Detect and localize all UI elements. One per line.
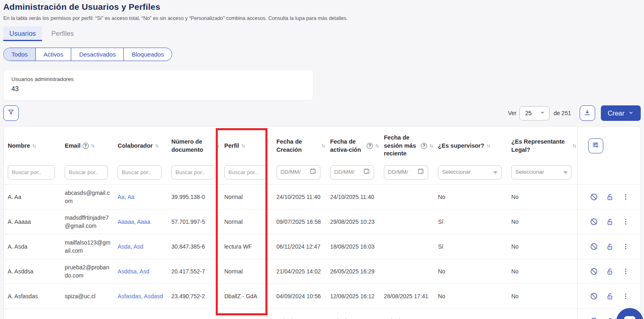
cell-actions	[577, 259, 641, 284]
colaborador-link[interactable]: Asda, Asd	[118, 243, 143, 250]
tab-perfiles[interactable]: Perfiles	[45, 26, 80, 41]
sort-arrows-icon[interactable]: ↑↓	[572, 142, 576, 149]
filter-rep_legal-select[interactable]: Seleccionar	[511, 165, 572, 179]
sort-arrows-icon[interactable]: ↑↓	[91, 142, 94, 149]
cell-fecha_sesion: 28/08/2025 17:41	[380, 284, 434, 309]
page-size-select[interactable]: 25	[519, 106, 550, 120]
ban-circle-icon[interactable]	[590, 243, 598, 251]
filter-perfil-input[interactable]	[224, 165, 267, 179]
filter-cell-supervisor: Seleccionar	[434, 165, 507, 185]
cell-fecha_activacion: 26/05/2025 16:29	[326, 259, 380, 284]
cell-colaborador: Asddsa, Asd	[114, 259, 167, 284]
sort-arrows-icon[interactable]: ↑↓	[241, 142, 244, 149]
cell-email: prueba2@probando.com	[61, 259, 114, 284]
select-placeholder: Seleccionar	[442, 168, 471, 176]
filter-button[interactable]	[3, 105, 19, 121]
cell-documento	[167, 309, 220, 319]
ban-circle-icon[interactable]	[590, 292, 598, 300]
col-label-nombre: Nombre	[8, 142, 30, 150]
filter-fecha_sesion-date-input[interactable]: DD/MM/	[384, 165, 428, 179]
calendar-icon[interactable]	[417, 168, 424, 177]
status-filter-group: Todos Activos Desactivados Bloqueados	[3, 48, 172, 61]
sort-arrows-icon[interactable]: ↑↓	[32, 142, 35, 149]
create-button[interactable]: Crear	[601, 105, 641, 121]
chevron-down-icon	[540, 110, 545, 116]
cell-fecha_creacion: 24/10/2025 11:40	[272, 185, 326, 210]
filter-cell-fecha_creacion: DD/MM/	[272, 165, 326, 185]
padlock-open-icon[interactable]	[606, 193, 614, 201]
calendar-icon[interactable]	[363, 168, 370, 177]
table-row: A. Asddsaprueba2@probando.comAsddsa, Asd…	[4, 259, 641, 284]
sort-arrows-icon[interactable]: ↑↓	[321, 142, 324, 149]
status-filter-todos[interactable]: Todos	[4, 48, 35, 61]
col-header-supervisor: ¿Es supervisor?↑↓	[434, 127, 507, 165]
kebab-menu-icon[interactable]	[622, 193, 629, 201]
cell-perfil: lectura WF	[220, 234, 272, 259]
sort-arrows-icon[interactable]: ↑↓	[375, 142, 378, 149]
cell-nombre: A	[4, 309, 61, 319]
tab-usuarios[interactable]: Usuarios	[3, 26, 42, 41]
status-filter-activos[interactable]: Activos	[35, 48, 71, 61]
kebab-menu-icon[interactable]	[622, 243, 629, 250]
filter-fecha_activacion-date-input[interactable]: DD/MM/	[330, 165, 374, 179]
filter-email-input[interactable]	[65, 165, 108, 179]
cell-email	[61, 309, 114, 319]
page-size-value: 25	[525, 110, 532, 116]
question-circle-icon[interactable]: ?	[367, 143, 373, 149]
column-settings-button[interactable]	[588, 138, 603, 153]
kebab-menu-icon[interactable]	[622, 293, 629, 300]
total-count-label: de 251	[554, 110, 571, 116]
summary-value: 43	[11, 85, 305, 93]
kebab-menu-icon[interactable]	[622, 218, 629, 225]
status-filter-bloqueados[interactable]: Bloqueados	[123, 48, 171, 61]
padlock-open-icon[interactable]	[606, 293, 614, 300]
filter-colaborador-input[interactable]	[118, 165, 162, 179]
filter-supervisor-select[interactable]: Seleccionar	[438, 165, 502, 179]
table-toolbar: Ver 25 de 251 Crear	[3, 105, 641, 121]
colaborador-link[interactable]: Asddsa, Asd	[118, 268, 149, 275]
calendar-icon[interactable]	[309, 168, 316, 177]
ban-circle-icon[interactable]	[590, 218, 598, 226]
cell-rep_legal: No	[507, 185, 577, 210]
chevron-down-icon	[563, 171, 567, 174]
ban-circle-icon[interactable]	[590, 267, 598, 275]
col-header-email: Email?↑↓	[61, 127, 114, 165]
col-label-fecha_sesion: Fecha de sesión más reciente	[384, 134, 419, 158]
table-row: A. Asfasdasspiza@uc.clAsfasdas, Asdasd23…	[4, 284, 641, 309]
col-label-email: Email	[65, 142, 81, 150]
cell-fecha_activacion: 29/08/2025 10:23	[326, 210, 380, 234]
chat-bubble-icon	[624, 316, 635, 319]
funnel-icon	[7, 109, 15, 118]
colaborador-link[interactable]: Asfasdas, Asdasd	[118, 293, 163, 299]
ban-circle-icon[interactable]	[590, 317, 598, 319]
filter-cell-actions	[577, 165, 641, 185]
filter-documento-input[interactable]	[171, 165, 215, 179]
filter-nombre-input[interactable]	[8, 165, 55, 179]
ban-circle-icon[interactable]	[590, 193, 598, 201]
filter-cell-documento	[167, 165, 220, 185]
colaborador-link[interactable]: Aa, Aa	[118, 194, 134, 200]
filter-cell-colaborador	[114, 165, 167, 185]
filter-cell-fecha_sesion: DD/MM/	[380, 165, 434, 185]
sort-arrows-icon[interactable]: ↑↓	[155, 142, 158, 149]
colaborador-link[interactable]: Aaaaa, Aaaa	[118, 218, 150, 225]
padlock-open-icon[interactable]	[606, 268, 614, 275]
padlock-open-icon[interactable]	[606, 243, 614, 251]
padlock-open-icon[interactable]	[606, 317, 614, 319]
question-circle-icon[interactable]: ?	[421, 143, 427, 149]
sort-arrows-icon[interactable]: ↑↓	[486, 142, 490, 149]
col-header-fecha_sesion: Fecha de sesión más reciente?↑↓	[380, 127, 434, 165]
kebab-menu-icon[interactable]	[622, 268, 629, 275]
cell-fecha_creacion: 09/07/2025 16:58	[272, 210, 326, 234]
cell-documento: 20.417.552-7	[167, 259, 220, 284]
cell-fecha_creacion: 01/10/2025	[272, 309, 326, 319]
sort-arrows-icon[interactable]: ↑↓	[215, 142, 219, 149]
padlock-open-icon[interactable]	[606, 218, 614, 226]
sliders-icon	[591, 141, 600, 151]
status-filter-desactivados[interactable]: Desactivados	[71, 48, 123, 61]
filter-fecha_creacion-date-input[interactable]: DD/MM/	[276, 165, 320, 179]
question-circle-icon[interactable]: ?	[83, 143, 89, 149]
sort-arrows-icon[interactable]: ↑↓	[429, 142, 432, 149]
download-button[interactable]	[580, 105, 595, 121]
col-header-nombre: Nombre↑↓	[4, 127, 61, 165]
